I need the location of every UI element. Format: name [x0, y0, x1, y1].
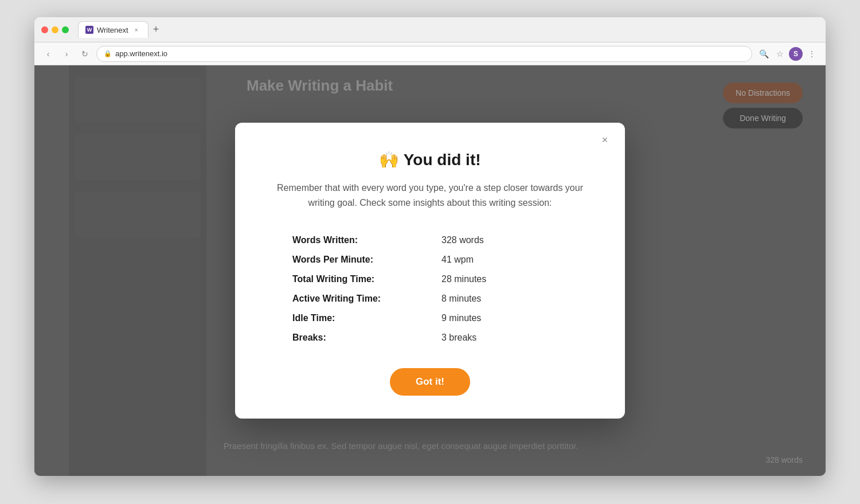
- tab-favicon: W: [85, 26, 93, 34]
- address-text: app.writenext.io: [115, 49, 167, 58]
- modal-title-text: You did it!: [404, 151, 481, 169]
- stats-value: 41 wpm: [441, 255, 474, 265]
- forward-button[interactable]: ›: [60, 47, 73, 61]
- stats-label: Words Per Minute:: [292, 255, 441, 265]
- user-avatar[interactable]: S: [789, 47, 803, 61]
- stats-label: Breaks:: [292, 333, 441, 343]
- browser-titlebar: W Writenext × +: [34, 17, 826, 42]
- stats-value: 9 minutes: [441, 313, 481, 323]
- stats-value: 8 minutes: [441, 294, 481, 304]
- stats-label: Words Written:: [292, 235, 441, 245]
- new-tab-button[interactable]: +: [151, 24, 162, 36]
- modal-overlay: × 🙌 You did it! Remember that with every…: [34, 65, 826, 476]
- active-tab[interactable]: W Writenext ×: [78, 21, 148, 38]
- stats-value: 3 breaks: [441, 333, 476, 343]
- tab-title: Writenext: [97, 26, 128, 34]
- stats-value: 28 minutes: [441, 274, 486, 284]
- got-it-button[interactable]: Got it!: [390, 368, 470, 396]
- zoom-icon[interactable]: 🔍: [757, 47, 771, 61]
- tab-close-button[interactable]: ×: [132, 25, 141, 34]
- stats-row: Breaks:3 breaks: [269, 328, 591, 347]
- completion-modal: × 🙌 You did it! Remember that with every…: [235, 123, 625, 419]
- minimize-button[interactable]: [52, 26, 58, 33]
- menu-icon[interactable]: ⋮: [805, 47, 819, 61]
- tab-bar: W Writenext × +: [78, 21, 819, 38]
- modal-title: 🙌 You did it!: [269, 150, 591, 169]
- stats-row: Total Writing Time:28 minutes: [269, 269, 591, 289]
- stats-label: Total Writing Time:: [292, 274, 441, 284]
- stats-table: Words Written:328 wordsWords Per Minute:…: [269, 230, 591, 347]
- back-button[interactable]: ‹: [41, 47, 55, 61]
- modal-subtitle: Remember that with every word you type, …: [269, 181, 591, 210]
- stats-row: Idle Time:9 minutes: [269, 308, 591, 328]
- modal-close-button[interactable]: ×: [596, 132, 613, 149]
- maximize-button[interactable]: [62, 26, 69, 33]
- browser-window: W Writenext × + ‹ › ↻ 🔒 app.writenext.io…: [34, 17, 826, 476]
- stats-value: 328 words: [441, 235, 484, 245]
- traffic-lights: [41, 26, 69, 33]
- refresh-button[interactable]: ↻: [78, 47, 92, 61]
- browser-toolbar: ‹ › ↻ 🔒 app.writenext.io 🔍 ☆ S ⋮: [34, 42, 826, 65]
- stats-label: Idle Time:: [292, 313, 441, 323]
- stats-row: Words Written:328 words: [269, 230, 591, 250]
- close-button[interactable]: [41, 26, 48, 33]
- address-bar[interactable]: 🔒 app.writenext.io: [96, 46, 752, 62]
- stats-row: Active Writing Time:8 minutes: [269, 289, 591, 308]
- modal-title-emoji: 🙌: [379, 151, 399, 169]
- stats-row: Words Per Minute:41 wpm: [269, 250, 591, 269]
- star-icon[interactable]: ☆: [773, 47, 787, 61]
- browser-content: Make Writing a Habit Praesent fringilla …: [34, 65, 826, 476]
- lock-icon: 🔒: [104, 50, 112, 57]
- stats-label: Active Writing Time:: [292, 294, 441, 304]
- toolbar-icons: 🔍 ☆ S ⋮: [757, 47, 819, 61]
